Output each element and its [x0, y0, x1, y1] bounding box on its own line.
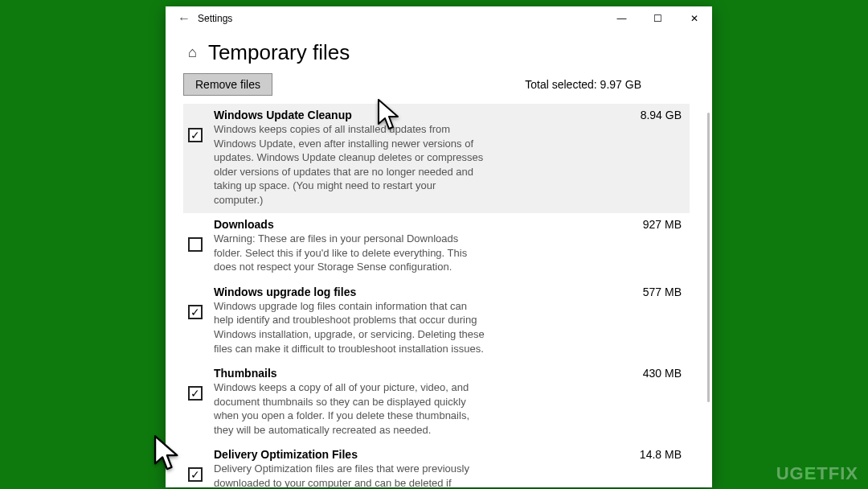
- checkbox-column: ✓: [185, 286, 206, 355]
- item-body: Thumbnails430 MBWindows keeps a copy of …: [214, 367, 688, 437]
- list-item[interactable]: ✓Windows Update Cleanup8.94 GBWindows ke…: [183, 104, 690, 213]
- item-body: Downloads927 MBWarning: These are files …: [214, 218, 688, 274]
- list-item[interactable]: Downloads927 MBWarning: These are files …: [183, 213, 690, 281]
- action-row: Remove files Total selected: 9.97 GB: [183, 73, 690, 96]
- item-body: Windows Update Cleanup8.94 GBWindows kee…: [214, 109, 688, 207]
- item-description: Delivery Optimization files are files th…: [214, 462, 487, 487]
- item-size: 577 MB: [635, 286, 682, 298]
- item-description: Warning: These are files in your persona…: [214, 232, 487, 274]
- checkbox-column: [185, 218, 206, 274]
- back-button[interactable]: ←: [172, 11, 196, 26]
- window-controls: — ☐ ✕: [604, 6, 712, 31]
- list-item[interactable]: ✓Thumbnails430 MBWindows keeps a copy of…: [183, 362, 690, 443]
- content-area: Remove files Total selected: 9.97 GB ✓Wi…: [166, 68, 712, 487]
- watermark: UGETFIX: [776, 463, 858, 484]
- home-icon[interactable]: ⌂: [188, 44, 197, 61]
- maximize-button[interactable]: ☐: [640, 6, 676, 31]
- remove-files-button[interactable]: Remove files: [183, 73, 272, 96]
- item-body: Delivery Optimization Files14.8 MBDelive…: [214, 448, 688, 487]
- checkbox[interactable]: ✓: [188, 386, 203, 401]
- checkbox[interactable]: ✓: [188, 128, 203, 142]
- item-size: 14.8 MB: [632, 448, 682, 461]
- page-header: ⌂ Temporary files: [166, 31, 712, 68]
- titlebar: ← Settings — ☐ ✕: [166, 6, 712, 31]
- item-size: 430 MB: [635, 367, 682, 380]
- page-title: Temporary files: [208, 40, 350, 65]
- list-item[interactable]: ✓Windows upgrade log files577 MBWindows …: [183, 281, 690, 362]
- item-name: Delivery Optimization Files: [214, 448, 358, 461]
- checkbox-column: ✓: [185, 448, 206, 487]
- settings-window: ← Settings — ☐ ✕ ⌂ Temporary files Remov…: [166, 6, 712, 487]
- minimize-button[interactable]: —: [604, 6, 640, 31]
- watermark-text: TFIX: [817, 463, 858, 483]
- item-name: Windows Update Cleanup: [214, 109, 352, 121]
- checkbox-column: ✓: [185, 109, 206, 207]
- item-size: 927 MB: [635, 218, 682, 231]
- item-description: Windows keeps copies of all installed up…: [214, 122, 487, 207]
- watermark-text: UG: [776, 463, 805, 483]
- checkbox[interactable]: ✓: [188, 305, 203, 319]
- app-title: Settings: [196, 13, 604, 24]
- item-name: Thumbnails: [214, 367, 277, 380]
- scrollbar[interactable]: [707, 113, 710, 402]
- item-body: Windows upgrade log files577 MBWindows u…: [214, 286, 688, 355]
- item-size: 8.94 GB: [633, 109, 682, 121]
- checkbox-column: ✓: [185, 367, 206, 437]
- item-description: Windows upgrade log files contain inform…: [214, 299, 487, 355]
- watermark-text: E: [805, 463, 817, 483]
- item-name: Downloads: [214, 218, 274, 231]
- close-button[interactable]: ✕: [676, 6, 712, 31]
- item-description: Windows keeps a copy of all of your pict…: [214, 380, 487, 437]
- checkbox[interactable]: [188, 237, 203, 252]
- list-item[interactable]: ✓Delivery Optimization Files14.8 MBDeliv…: [183, 443, 690, 487]
- total-selected-label: Total selected: 9.97 GB: [525, 73, 641, 91]
- item-name: Windows upgrade log files: [214, 286, 356, 298]
- file-categories-list: ✓Windows Update Cleanup8.94 GBWindows ke…: [183, 104, 690, 487]
- checkbox[interactable]: ✓: [188, 467, 203, 482]
